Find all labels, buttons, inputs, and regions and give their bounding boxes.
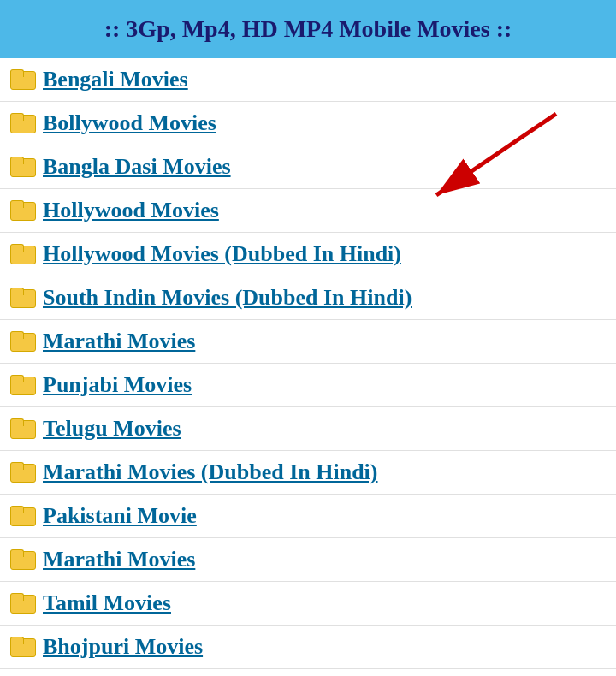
folder-icon xyxy=(10,288,34,308)
folder-icon xyxy=(10,113,34,133)
folder-icon xyxy=(10,462,34,483)
header-title: :: 3Gp, Mp4, HD MP4 Mobile Movies :: xyxy=(104,15,512,42)
list-item-label[interactable]: Telugu Movies xyxy=(43,416,181,442)
list-item[interactable]: Tamil Movies xyxy=(0,582,616,626)
folder-icon xyxy=(10,200,34,221)
folder-icon xyxy=(10,244,34,264)
list-item[interactable]: Marathi Movies xyxy=(0,320,616,364)
folder-icon xyxy=(10,637,34,657)
list-item-label[interactable]: Marathi Movies (Dubbed In Hindi) xyxy=(43,460,378,485)
list-item[interactable]: Marathi Movies (Dubbed In Hindi) xyxy=(0,451,616,495)
list-item-label[interactable]: Marathi Movies xyxy=(43,547,195,572)
list-item[interactable]: Bollywood Movies xyxy=(0,102,616,145)
list-item-label[interactable]: Bhojpuri Movies xyxy=(43,634,203,660)
folder-icon xyxy=(10,331,34,352)
list-item[interactable]: Pakistani Movie xyxy=(0,495,616,538)
list-item-label[interactable]: Tamil Movies xyxy=(43,590,171,616)
list-item-label[interactable]: Punjabi Movies xyxy=(43,372,192,398)
list-item[interactable]: Bhojpuri Movies xyxy=(0,626,616,669)
list-item-label[interactable]: Bollywood Movies xyxy=(43,110,216,136)
list-item[interactable]: Bangla Dasi Movies xyxy=(0,145,616,189)
list-item[interactable]: Marathi Movies xyxy=(0,538,616,582)
list-item[interactable]: Punjabi Movies xyxy=(0,364,616,407)
list-item-label[interactable]: Hollywood Movies xyxy=(43,198,219,223)
list-item-label[interactable]: Bengali Movies xyxy=(43,67,188,92)
folder-icon xyxy=(10,69,34,90)
list-item[interactable]: Hollywood Movies xyxy=(0,189,616,233)
folder-icon xyxy=(10,506,34,526)
list-item[interactable]: Bengali Movies xyxy=(0,58,616,102)
folder-icon xyxy=(10,549,34,570)
folder-icon xyxy=(10,375,34,395)
folder-icon xyxy=(10,418,34,439)
folder-icon xyxy=(10,593,34,614)
list-item-label[interactable]: Marathi Movies xyxy=(43,329,195,354)
list-container: Bengali MoviesBollywood MoviesBangla Das… xyxy=(0,58,616,676)
list-item-label[interactable]: Bangla Dasi Movies xyxy=(43,154,231,180)
list-item[interactable]: South Indin Movies (Dubbed In Hindi) xyxy=(0,276,616,320)
list-item-label[interactable]: Hollywood Movies (Dubbed In Hindi) xyxy=(43,241,401,267)
list-item[interactable]: Gujrati Movies xyxy=(0,669,616,676)
list-item[interactable]: Hollywood Movies (Dubbed In Hindi) xyxy=(0,233,616,276)
list-item-label[interactable]: South Indin Movies (Dubbed In Hindi) xyxy=(43,285,412,311)
header: :: 3Gp, Mp4, HD MP4 Mobile Movies :: xyxy=(0,0,616,58)
list-item[interactable]: Telugu Movies xyxy=(0,407,616,451)
list-item-label[interactable]: Pakistani Movie xyxy=(43,503,197,529)
folder-icon xyxy=(10,157,34,177)
